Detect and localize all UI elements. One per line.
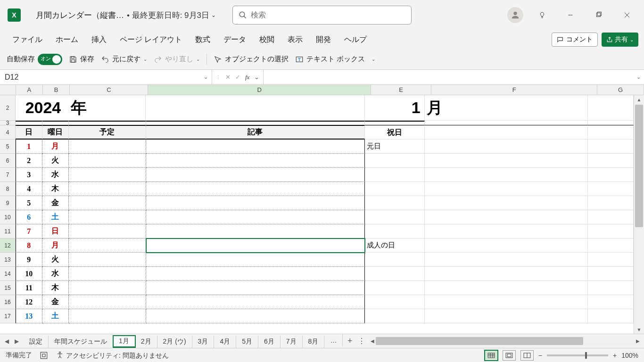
cell[interactable] — [365, 210, 425, 224]
ribbon-tab[interactable]: 数式 — [189, 30, 217, 49]
cell[interactable]: 年 — [69, 95, 146, 121]
cell[interactable] — [146, 154, 365, 168]
cell[interactable]: 1 — [16, 140, 42, 154]
col-header[interactable]: D — [148, 85, 371, 95]
page-break-view-button[interactable] — [520, 350, 534, 361]
cell[interactable] — [69, 281, 146, 295]
comments-button[interactable]: コメント — [552, 33, 598, 47]
cell[interactable] — [588, 154, 634, 168]
cell[interactable] — [69, 210, 146, 224]
ribbon-tab[interactable]: 表示 — [281, 30, 309, 49]
cell[interactable]: 月 — [42, 140, 69, 154]
ribbon-tab[interactable]: 校閲 — [253, 30, 281, 49]
cell[interactable]: 1 — [365, 95, 425, 121]
macro-icon[interactable] — [40, 351, 48, 360]
cell[interactable] — [69, 196, 146, 210]
cell[interactable] — [365, 182, 425, 196]
cell[interactable] — [588, 239, 634, 253]
cell[interactable]: 土 — [42, 309, 69, 323]
sheet-tab[interactable]: 年間スケジュール — [49, 336, 113, 348]
cell[interactable] — [365, 253, 425, 267]
row-header[interactable]: 2 — [0, 95, 16, 121]
cell[interactable] — [588, 125, 634, 140]
cell[interactable] — [146, 95, 365, 121]
undo-button[interactable]: 元に戻す⌄ — [101, 55, 147, 64]
customize-qat-button[interactable]: ⌄ — [372, 57, 375, 62]
ribbon-tab[interactable]: 開発 — [309, 30, 338, 49]
cell[interactable]: 祝日 — [365, 125, 425, 140]
row-header[interactable]: 16 — [0, 295, 16, 309]
ribbon-tab[interactable]: ホーム — [49, 30, 85, 49]
sheet-tab[interactable]: 8月 — [303, 336, 325, 348]
cell[interactable]: 成人の日 — [365, 239, 425, 253]
cell[interactable] — [69, 267, 146, 281]
cell[interactable] — [146, 182, 365, 196]
cell[interactable] — [146, 267, 365, 281]
cell[interactable]: 記事 — [146, 125, 365, 140]
row-header[interactable]: 3 — [0, 121, 16, 125]
cell[interactable] — [425, 140, 588, 154]
cell[interactable]: 金 — [42, 196, 69, 210]
accessibility-status[interactable]: アクセシビリティ: 問題ありません — [56, 351, 169, 360]
close-button[interactable] — [618, 6, 636, 25]
cell[interactable] — [588, 224, 634, 239]
cell[interactable] — [146, 196, 365, 210]
cell[interactable]: 8 — [16, 239, 42, 253]
cell[interactable] — [588, 196, 634, 210]
cell[interactable] — [425, 281, 588, 295]
scroll-down-icon[interactable]: ▼ — [634, 325, 644, 334]
fx-icon[interactable]: fx — [245, 74, 249, 81]
sheet-tab[interactable]: 1月 — [113, 336, 135, 348]
cell[interactable]: 水 — [42, 168, 69, 182]
row-header[interactable]: 13 — [0, 253, 16, 267]
sheet-menu-icon[interactable]: ⋮ — [357, 334, 366, 348]
cell[interactable]: 2024 — [16, 95, 69, 121]
sheet-tab[interactable]: 2月 — [135, 336, 157, 348]
cell[interactable] — [69, 253, 146, 267]
cell[interactable] — [69, 309, 146, 323]
help-lightbulb-icon[interactable] — [533, 6, 552, 25]
cell[interactable]: 13 — [16, 309, 42, 323]
cell[interactable] — [146, 309, 365, 323]
maximize-button[interactable] — [589, 6, 608, 25]
account-avatar[interactable] — [507, 7, 523, 23]
row-header[interactable]: 10 — [0, 210, 16, 224]
cell[interactable]: 11 — [16, 281, 42, 295]
cell[interactable] — [365, 267, 425, 281]
cell[interactable] — [16, 121, 42, 125]
cell[interactable] — [425, 196, 588, 210]
row-header[interactable]: 9 — [0, 196, 16, 210]
cell[interactable]: 日 — [42, 224, 69, 239]
cell[interactable]: 月 — [425, 95, 588, 121]
save-button[interactable]: 保存 — [69, 55, 94, 64]
sheet-next-icon[interactable]: ▶ — [15, 338, 19, 345]
cell[interactable] — [69, 182, 146, 196]
sheet-tab[interactable]: 5月 — [236, 336, 258, 348]
row-header[interactable]: 17 — [0, 309, 16, 323]
cell[interactable] — [588, 140, 634, 154]
cell[interactable] — [425, 210, 588, 224]
cell[interactable] — [69, 239, 146, 253]
vertical-scrollbar[interactable]: ▲ ▼ — [634, 95, 644, 334]
cell[interactable]: 曜日 — [42, 125, 69, 140]
cell[interactable]: 7 — [16, 224, 42, 239]
cell[interactable] — [365, 196, 425, 210]
cell[interactable] — [146, 295, 365, 309]
cell[interactable] — [146, 281, 365, 295]
row-header[interactable]: 5 — [0, 140, 16, 154]
search-box[interactable] — [232, 6, 412, 25]
cell[interactable] — [69, 121, 146, 125]
cell[interactable] — [146, 253, 365, 267]
zoom-level[interactable]: 100% — [621, 352, 638, 359]
row-header[interactable]: 6 — [0, 154, 16, 168]
row-header[interactable]: 11 — [0, 224, 16, 239]
sheet-tab[interactable]: 7月 — [281, 336, 303, 348]
horizontal-scrollbar[interactable]: ◀▶ — [369, 336, 641, 346]
cell[interactable] — [365, 121, 425, 125]
cell[interactable] — [146, 210, 365, 224]
col-header[interactable]: B — [43, 85, 70, 95]
zoom-in-button[interactable]: + — [613, 352, 617, 359]
cell[interactable] — [425, 121, 588, 125]
expand-formula-icon[interactable]: ⌄ — [633, 70, 644, 84]
cell[interactable]: 月 — [42, 239, 69, 253]
